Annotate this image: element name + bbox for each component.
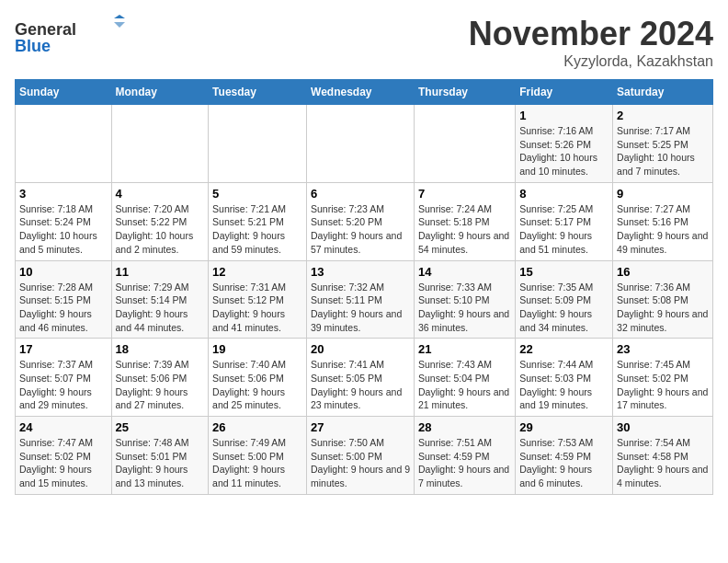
table-cell — [307, 105, 415, 183]
day-info: Sunrise: 7:27 AM Sunset: 5:16 PM Dayligh… — [617, 202, 709, 257]
table-cell: 8Sunrise: 7:25 AM Sunset: 5:17 PM Daylig… — [516, 182, 613, 260]
header-row: SundayMondayTuesdayWednesdayThursdayFrid… — [16, 80, 713, 105]
day-info: Sunrise: 7:24 AM Sunset: 5:18 PM Dayligh… — [418, 202, 511, 257]
day-info: Sunrise: 7:44 AM Sunset: 5:03 PM Dayligh… — [519, 358, 609, 412]
month-title: November 2024 — [469, 15, 713, 53]
day-number: 21 — [418, 342, 511, 356]
day-number: 6 — [311, 187, 410, 201]
day-number: 13 — [311, 265, 410, 279]
table-cell: 9Sunrise: 7:27 AM Sunset: 5:16 PM Daylig… — [613, 182, 713, 260]
table-cell: 28Sunrise: 7:51 AM Sunset: 4:59 PM Dayli… — [414, 417, 515, 495]
day-number: 3 — [19, 187, 108, 201]
table-cell — [111, 105, 209, 183]
table-cell: 21Sunrise: 7:43 AM Sunset: 5:04 PM Dayli… — [414, 339, 515, 417]
page-header: General Blue November 2024 Kyzylorda, Ka… — [15, 15, 713, 70]
table-cell: 4Sunrise: 7:20 AM Sunset: 5:22 PM Daylig… — [111, 182, 209, 260]
table-cell: 2Sunrise: 7:17 AM Sunset: 5:25 PM Daylig… — [613, 105, 713, 183]
table-cell: 10Sunrise: 7:28 AM Sunset: 5:15 PM Dayli… — [16, 260, 112, 339]
table-cell: 5Sunrise: 7:21 AM Sunset: 5:21 PM Daylig… — [209, 182, 307, 260]
header-sunday: Sunday — [16, 80, 112, 105]
table-cell: 3Sunrise: 7:18 AM Sunset: 5:24 PM Daylig… — [16, 182, 112, 260]
day-info: Sunrise: 7:33 AM Sunset: 5:10 PM Dayligh… — [418, 281, 511, 335]
day-number: 22 — [519, 342, 609, 356]
day-info: Sunrise: 7:53 AM Sunset: 4:59 PM Dayligh… — [519, 436, 609, 490]
day-info: Sunrise: 7:39 AM Sunset: 5:06 PM Dayligh… — [116, 358, 205, 412]
logo: General Blue — [15, 15, 125, 56]
table-cell: 24Sunrise: 7:47 AM Sunset: 5:02 PM Dayli… — [16, 417, 112, 495]
table-cell: 20Sunrise: 7:41 AM Sunset: 5:05 PM Dayli… — [307, 339, 415, 417]
day-number: 9 — [617, 187, 709, 201]
table-cell: 6Sunrise: 7:23 AM Sunset: 5:20 PM Daylig… — [307, 182, 415, 260]
header-thursday: Thursday — [414, 80, 515, 105]
day-info: Sunrise: 7:51 AM Sunset: 4:59 PM Dayligh… — [418, 436, 511, 490]
day-number: 28 — [418, 420, 511, 434]
day-number: 1 — [519, 109, 609, 122]
day-number: 7 — [418, 187, 511, 201]
svg-marker-2 — [114, 15, 125, 18]
calendar-table: SundayMondayTuesdayWednesdayThursdayFrid… — [15, 79, 713, 495]
day-info: Sunrise: 7:49 AM Sunset: 5:00 PM Dayligh… — [212, 436, 302, 490]
day-info: Sunrise: 7:18 AM Sunset: 5:24 PM Dayligh… — [19, 202, 108, 257]
calendar-header: SundayMondayTuesdayWednesdayThursdayFrid… — [16, 80, 713, 105]
day-info: Sunrise: 7:41 AM Sunset: 5:05 PM Dayligh… — [311, 358, 410, 412]
table-cell — [16, 105, 112, 183]
day-number: 19 — [212, 342, 302, 356]
day-info: Sunrise: 7:23 AM Sunset: 5:20 PM Dayligh… — [311, 202, 410, 257]
day-info: Sunrise: 7:21 AM Sunset: 5:21 PM Dayligh… — [212, 202, 302, 257]
table-cell: 26Sunrise: 7:49 AM Sunset: 5:00 PM Dayli… — [209, 417, 307, 495]
day-number: 11 — [116, 265, 205, 279]
day-number: 12 — [212, 265, 302, 279]
location-title: Kyzylorda, Kazakhstan — [469, 53, 713, 70]
table-cell: 25Sunrise: 7:48 AM Sunset: 5:01 PM Dayli… — [111, 417, 209, 495]
week-row-2: 3Sunrise: 7:18 AM Sunset: 5:24 PM Daylig… — [16, 182, 713, 260]
table-cell: 18Sunrise: 7:39 AM Sunset: 5:06 PM Dayli… — [111, 339, 209, 417]
day-info: Sunrise: 7:45 AM Sunset: 5:02 PM Dayligh… — [617, 358, 709, 412]
svg-text:Blue: Blue — [15, 37, 51, 55]
table-cell: 16Sunrise: 7:36 AM Sunset: 5:08 PM Dayli… — [613, 260, 713, 339]
day-info: Sunrise: 7:43 AM Sunset: 5:04 PM Dayligh… — [418, 358, 511, 412]
day-info: Sunrise: 7:32 AM Sunset: 5:11 PM Dayligh… — [311, 281, 410, 335]
week-row-4: 17Sunrise: 7:37 AM Sunset: 5:07 PM Dayli… — [16, 339, 713, 417]
day-info: Sunrise: 7:40 AM Sunset: 5:06 PM Dayligh… — [212, 358, 302, 412]
day-number: 24 — [19, 420, 108, 434]
day-info: Sunrise: 7:25 AM Sunset: 5:17 PM Dayligh… — [519, 202, 609, 257]
day-number: 29 — [519, 420, 609, 434]
table-cell: 22Sunrise: 7:44 AM Sunset: 5:03 PM Dayli… — [516, 339, 613, 417]
day-number: 15 — [519, 265, 609, 279]
day-info: Sunrise: 7:48 AM Sunset: 5:01 PM Dayligh… — [116, 436, 205, 490]
table-cell — [414, 105, 515, 183]
calendar-body: 1Sunrise: 7:16 AM Sunset: 5:26 PM Daylig… — [16, 105, 713, 495]
svg-text:General: General — [15, 20, 76, 39]
day-number: 17 — [19, 342, 108, 356]
table-cell: 30Sunrise: 7:54 AM Sunset: 4:58 PM Dayli… — [613, 417, 713, 495]
day-info: Sunrise: 7:37 AM Sunset: 5:07 PM Dayligh… — [19, 358, 108, 412]
header-wednesday: Wednesday — [307, 80, 415, 105]
day-info: Sunrise: 7:16 AM Sunset: 5:26 PM Dayligh… — [519, 124, 609, 178]
day-info: Sunrise: 7:29 AM Sunset: 5:14 PM Dayligh… — [116, 281, 205, 335]
day-number: 4 — [116, 187, 205, 201]
logo-icon: General Blue — [15, 15, 125, 56]
day-info: Sunrise: 7:28 AM Sunset: 5:15 PM Dayligh… — [19, 281, 108, 335]
day-number: 10 — [19, 265, 108, 279]
header-saturday: Saturday — [613, 80, 713, 105]
day-info: Sunrise: 7:20 AM Sunset: 5:22 PM Dayligh… — [116, 202, 205, 257]
day-number: 5 — [212, 187, 302, 201]
day-number: 23 — [617, 342, 709, 356]
title-block: November 2024 Kyzylorda, Kazakhstan — [469, 15, 713, 70]
table-cell: 19Sunrise: 7:40 AM Sunset: 5:06 PM Dayli… — [209, 339, 307, 417]
day-number: 25 — [116, 420, 205, 434]
day-number: 18 — [116, 342, 205, 356]
day-number: 8 — [519, 187, 609, 201]
table-cell — [209, 105, 307, 183]
table-cell: 15Sunrise: 7:35 AM Sunset: 5:09 PM Dayli… — [516, 260, 613, 339]
day-info: Sunrise: 7:17 AM Sunset: 5:25 PM Dayligh… — [617, 124, 709, 178]
day-number: 14 — [418, 265, 511, 279]
day-number: 30 — [617, 420, 709, 434]
table-cell: 27Sunrise: 7:50 AM Sunset: 5:00 PM Dayli… — [307, 417, 415, 495]
header-friday: Friday — [516, 80, 613, 105]
week-row-1: 1Sunrise: 7:16 AM Sunset: 5:26 PM Daylig… — [16, 105, 713, 183]
day-info: Sunrise: 7:47 AM Sunset: 5:02 PM Dayligh… — [19, 436, 108, 490]
table-cell: 29Sunrise: 7:53 AM Sunset: 4:59 PM Dayli… — [516, 417, 613, 495]
day-number: 26 — [212, 420, 302, 434]
table-cell: 12Sunrise: 7:31 AM Sunset: 5:12 PM Dayli… — [209, 260, 307, 339]
